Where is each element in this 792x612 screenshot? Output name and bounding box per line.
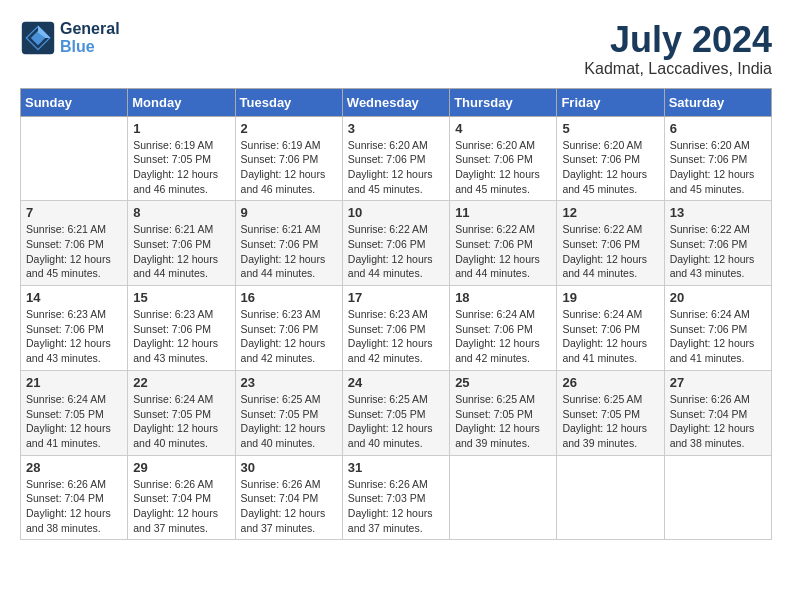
calendar-cell xyxy=(664,455,771,540)
page-header: General Blue July 2024 Kadmat, Laccadive… xyxy=(20,20,772,78)
day-number: 3 xyxy=(348,121,444,136)
day-info: Sunrise: 6:21 AM Sunset: 7:06 PM Dayligh… xyxy=(241,222,337,281)
day-info: Sunrise: 6:22 AM Sunset: 7:06 PM Dayligh… xyxy=(455,222,551,281)
day-number: 30 xyxy=(241,460,337,475)
day-info: Sunrise: 6:24 AM Sunset: 7:06 PM Dayligh… xyxy=(562,307,658,366)
calendar-table: SundayMondayTuesdayWednesdayThursdayFrid… xyxy=(20,88,772,541)
day-number: 23 xyxy=(241,375,337,390)
day-info: Sunrise: 6:22 AM Sunset: 7:06 PM Dayligh… xyxy=(562,222,658,281)
day-number: 28 xyxy=(26,460,122,475)
day-number: 2 xyxy=(241,121,337,136)
day-number: 9 xyxy=(241,205,337,220)
day-info: Sunrise: 6:25 AM Sunset: 7:05 PM Dayligh… xyxy=(348,392,444,451)
day-info: Sunrise: 6:24 AM Sunset: 7:06 PM Dayligh… xyxy=(455,307,551,366)
day-info: Sunrise: 6:23 AM Sunset: 7:06 PM Dayligh… xyxy=(133,307,229,366)
logo-icon xyxy=(20,20,56,56)
day-info: Sunrise: 6:26 AM Sunset: 7:04 PM Dayligh… xyxy=(133,477,229,536)
day-info: Sunrise: 6:24 AM Sunset: 7:05 PM Dayligh… xyxy=(26,392,122,451)
day-info: Sunrise: 6:20 AM Sunset: 7:06 PM Dayligh… xyxy=(455,138,551,197)
calendar-header-row: SundayMondayTuesdayWednesdayThursdayFrid… xyxy=(21,88,772,116)
day-info: Sunrise: 6:26 AM Sunset: 7:04 PM Dayligh… xyxy=(241,477,337,536)
day-number: 21 xyxy=(26,375,122,390)
calendar-cell: 18Sunrise: 6:24 AM Sunset: 7:06 PM Dayli… xyxy=(450,286,557,371)
day-info: Sunrise: 6:25 AM Sunset: 7:05 PM Dayligh… xyxy=(562,392,658,451)
column-header-sunday: Sunday xyxy=(21,88,128,116)
day-info: Sunrise: 6:26 AM Sunset: 7:04 PM Dayligh… xyxy=(26,477,122,536)
calendar-cell: 16Sunrise: 6:23 AM Sunset: 7:06 PM Dayli… xyxy=(235,286,342,371)
calendar-cell: 11Sunrise: 6:22 AM Sunset: 7:06 PM Dayli… xyxy=(450,201,557,286)
calendar-cell: 26Sunrise: 6:25 AM Sunset: 7:05 PM Dayli… xyxy=(557,370,664,455)
day-number: 29 xyxy=(133,460,229,475)
day-info: Sunrise: 6:21 AM Sunset: 7:06 PM Dayligh… xyxy=(26,222,122,281)
calendar-cell: 29Sunrise: 6:26 AM Sunset: 7:04 PM Dayli… xyxy=(128,455,235,540)
day-number: 19 xyxy=(562,290,658,305)
column-header-saturday: Saturday xyxy=(664,88,771,116)
calendar-cell: 8Sunrise: 6:21 AM Sunset: 7:06 PM Daylig… xyxy=(128,201,235,286)
logo-text: General Blue xyxy=(60,20,120,56)
column-header-wednesday: Wednesday xyxy=(342,88,449,116)
calendar-cell: 10Sunrise: 6:22 AM Sunset: 7:06 PM Dayli… xyxy=(342,201,449,286)
column-header-tuesday: Tuesday xyxy=(235,88,342,116)
calendar-week-row: 21Sunrise: 6:24 AM Sunset: 7:05 PM Dayli… xyxy=(21,370,772,455)
calendar-cell: 23Sunrise: 6:25 AM Sunset: 7:05 PM Dayli… xyxy=(235,370,342,455)
calendar-cell: 27Sunrise: 6:26 AM Sunset: 7:04 PM Dayli… xyxy=(664,370,771,455)
calendar-cell: 22Sunrise: 6:24 AM Sunset: 7:05 PM Dayli… xyxy=(128,370,235,455)
day-number: 14 xyxy=(26,290,122,305)
day-number: 25 xyxy=(455,375,551,390)
calendar-cell: 20Sunrise: 6:24 AM Sunset: 7:06 PM Dayli… xyxy=(664,286,771,371)
calendar-cell: 6Sunrise: 6:20 AM Sunset: 7:06 PM Daylig… xyxy=(664,116,771,201)
day-number: 10 xyxy=(348,205,444,220)
day-number: 5 xyxy=(562,121,658,136)
day-info: Sunrise: 6:23 AM Sunset: 7:06 PM Dayligh… xyxy=(348,307,444,366)
day-info: Sunrise: 6:21 AM Sunset: 7:06 PM Dayligh… xyxy=(133,222,229,281)
day-number: 22 xyxy=(133,375,229,390)
calendar-week-row: 28Sunrise: 6:26 AM Sunset: 7:04 PM Dayli… xyxy=(21,455,772,540)
day-info: Sunrise: 6:26 AM Sunset: 7:03 PM Dayligh… xyxy=(348,477,444,536)
day-info: Sunrise: 6:20 AM Sunset: 7:06 PM Dayligh… xyxy=(670,138,766,197)
month-year-title: July 2024 xyxy=(584,20,772,60)
day-number: 20 xyxy=(670,290,766,305)
calendar-cell: 1Sunrise: 6:19 AM Sunset: 7:05 PM Daylig… xyxy=(128,116,235,201)
calendar-cell: 3Sunrise: 6:20 AM Sunset: 7:06 PM Daylig… xyxy=(342,116,449,201)
calendar-cell: 28Sunrise: 6:26 AM Sunset: 7:04 PM Dayli… xyxy=(21,455,128,540)
calendar-week-row: 1Sunrise: 6:19 AM Sunset: 7:05 PM Daylig… xyxy=(21,116,772,201)
day-info: Sunrise: 6:19 AM Sunset: 7:06 PM Dayligh… xyxy=(241,138,337,197)
column-header-friday: Friday xyxy=(557,88,664,116)
day-number: 13 xyxy=(670,205,766,220)
calendar-cell: 24Sunrise: 6:25 AM Sunset: 7:05 PM Dayli… xyxy=(342,370,449,455)
calendar-cell: 7Sunrise: 6:21 AM Sunset: 7:06 PM Daylig… xyxy=(21,201,128,286)
calendar-cell: 25Sunrise: 6:25 AM Sunset: 7:05 PM Dayli… xyxy=(450,370,557,455)
title-block: July 2024 Kadmat, Laccadives, India xyxy=(584,20,772,78)
day-info: Sunrise: 6:20 AM Sunset: 7:06 PM Dayligh… xyxy=(562,138,658,197)
day-info: Sunrise: 6:20 AM Sunset: 7:06 PM Dayligh… xyxy=(348,138,444,197)
day-number: 16 xyxy=(241,290,337,305)
calendar-cell: 30Sunrise: 6:26 AM Sunset: 7:04 PM Dayli… xyxy=(235,455,342,540)
calendar-cell: 4Sunrise: 6:20 AM Sunset: 7:06 PM Daylig… xyxy=(450,116,557,201)
calendar-cell: 17Sunrise: 6:23 AM Sunset: 7:06 PM Dayli… xyxy=(342,286,449,371)
calendar-cell: 31Sunrise: 6:26 AM Sunset: 7:03 PM Dayli… xyxy=(342,455,449,540)
calendar-week-row: 7Sunrise: 6:21 AM Sunset: 7:06 PM Daylig… xyxy=(21,201,772,286)
day-number: 27 xyxy=(670,375,766,390)
day-info: Sunrise: 6:25 AM Sunset: 7:05 PM Dayligh… xyxy=(241,392,337,451)
day-info: Sunrise: 6:23 AM Sunset: 7:06 PM Dayligh… xyxy=(241,307,337,366)
day-number: 12 xyxy=(562,205,658,220)
calendar-cell: 5Sunrise: 6:20 AM Sunset: 7:06 PM Daylig… xyxy=(557,116,664,201)
calendar-cell: 13Sunrise: 6:22 AM Sunset: 7:06 PM Dayli… xyxy=(664,201,771,286)
day-info: Sunrise: 6:19 AM Sunset: 7:05 PM Dayligh… xyxy=(133,138,229,197)
column-header-thursday: Thursday xyxy=(450,88,557,116)
calendar-week-row: 14Sunrise: 6:23 AM Sunset: 7:06 PM Dayli… xyxy=(21,286,772,371)
day-number: 24 xyxy=(348,375,444,390)
day-info: Sunrise: 6:23 AM Sunset: 7:06 PM Dayligh… xyxy=(26,307,122,366)
calendar-cell xyxy=(450,455,557,540)
calendar-cell: 19Sunrise: 6:24 AM Sunset: 7:06 PM Dayli… xyxy=(557,286,664,371)
day-number: 6 xyxy=(670,121,766,136)
day-number: 4 xyxy=(455,121,551,136)
day-number: 15 xyxy=(133,290,229,305)
day-info: Sunrise: 6:24 AM Sunset: 7:05 PM Dayligh… xyxy=(133,392,229,451)
day-info: Sunrise: 6:24 AM Sunset: 7:06 PM Dayligh… xyxy=(670,307,766,366)
day-info: Sunrise: 6:25 AM Sunset: 7:05 PM Dayligh… xyxy=(455,392,551,451)
day-number: 8 xyxy=(133,205,229,220)
day-info: Sunrise: 6:22 AM Sunset: 7:06 PM Dayligh… xyxy=(670,222,766,281)
logo: General Blue xyxy=(20,20,120,56)
day-number: 11 xyxy=(455,205,551,220)
